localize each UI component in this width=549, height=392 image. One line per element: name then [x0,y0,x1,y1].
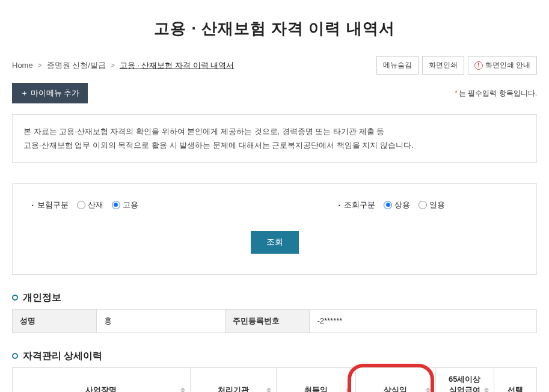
col-over65[interactable]: 65세이상 실업급여 적용여부 [435,367,494,392]
col-acquire[interactable]: 취득일 [276,367,356,392]
notice-line: 고용·산재보험 업무 이외의 목적으로 활용 시 발생하는 문제에 대해서는 근… [23,138,526,152]
history-table-wrapper: 사업장명 처리기관 취득일 상실일 65세이상 실업급여 적용여부 선택 (주)… [12,367,537,392]
radio-icon [419,201,427,209]
col-biz[interactable]: 사업장명 [13,367,191,392]
sort-icon [484,388,489,392]
section-bullet-icon [12,295,18,301]
name-label: 성명 [13,309,97,332]
section-bullet-icon [12,353,18,359]
personal-info-table: 성명 홍 주민등록번호 -2****** [12,309,537,333]
rrn-label: 주민등록번호 [225,309,310,332]
notice-line: 본 자료는 고용·산재보험 자격의 확인을 위하여 본인에게 제공하는 것으로,… [23,124,526,138]
rrn-value: -2****** [310,309,537,332]
radio-icon [384,201,392,209]
page-title: 고용 · 산재보험 자격 이력 내역서 [12,18,537,39]
breadcrumb: Home > 증명원 신청/발급 > 고용 · 산재보험 자격 이력 내역서 [12,60,234,71]
col-loss[interactable]: 상실일 [356,367,436,392]
sort-icon [346,388,351,392]
radio-sangyong[interactable]: 상용 [384,200,410,210]
filter-panel: 보험구분 산재 고용 조회구분 상용 일용 [12,183,537,275]
col-select: 선택 [494,367,536,392]
chevron-right-icon: > [110,61,115,70]
sort-icon [426,388,431,392]
add-mymenu-button[interactable]: ＋ 마이메뉴 추가 [12,83,88,103]
sort-icon [180,388,185,392]
breadcrumb-home[interactable]: Home [12,61,33,70]
required-note: *는 필수입력 항목입니다. [455,88,537,99]
hide-menu-button[interactable]: 메뉴숨김 [376,56,419,75]
query-type-label: 조회구분 [339,200,375,210]
print-guide-label: 화면인쇄 안내 [485,60,530,70]
radio-icon [112,201,120,209]
radio-goyong[interactable]: 고용 [112,200,138,210]
section-personal-title: 개인정보 [23,292,61,304]
print-guide-button[interactable]: ! 화면인쇄 안내 [468,56,537,75]
notice-box: 본 자료는 고용·산재보험 자격의 확인을 위하여 본인에게 제공하는 것으로,… [12,114,537,163]
required-star-icon: * [455,89,458,97]
radio-ilyong[interactable]: 일용 [419,200,445,210]
breadcrumb-lvl1[interactable]: 증명원 신청/발급 [47,61,106,70]
print-button[interactable]: 화면인쇄 [422,56,464,75]
sort-icon [266,388,271,392]
radio-sanjae[interactable]: 산재 [77,200,103,210]
chevron-right-icon: > [37,61,42,70]
insurance-type-label: 보험구분 [32,200,69,210]
breadcrumb-current: 고용 · 산재보험 자격 이력 내역서 [120,61,235,70]
search-button[interactable]: 조회 [251,231,299,254]
radio-icon [77,201,85,209]
name-value: 홍 [97,309,225,332]
section-history-title: 자격관리 상세이력 [23,350,102,363]
col-office[interactable]: 처리기관 [190,367,276,392]
history-table: 사업장명 처리기관 취득일 상실일 65세이상 실업급여 적용여부 선택 (주)… [12,367,537,392]
warning-icon: ! [474,61,483,70]
